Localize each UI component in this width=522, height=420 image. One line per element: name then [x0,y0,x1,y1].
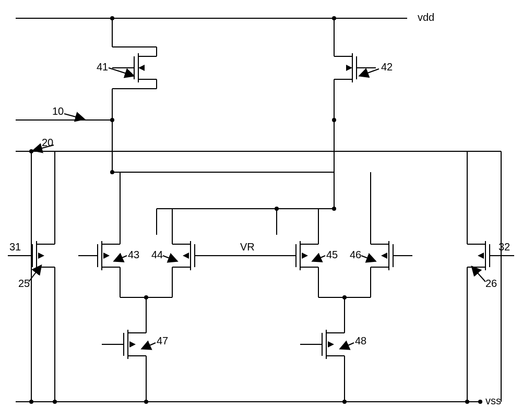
nmos-47 [117,323,146,365]
svg-line-40 [109,68,133,76]
nmos-26 [467,235,496,277]
vdd-label: vdd [418,11,434,23]
q48-label: 48 [355,335,366,346]
nmos-25 [26,235,55,277]
q43-label: 43 [128,249,139,260]
svg-point-60 [332,207,336,211]
q42-label: 42 [381,61,393,73]
net-10-label: 10 [52,105,64,117]
nmos-45 [290,235,318,277]
q45-label: 45 [326,249,338,260]
svg-point-89 [53,400,57,404]
svg-line-46 [64,114,84,119]
svg-point-91 [465,400,469,404]
schematic-diagram: vdd vss 41 42 10 20 31 32 25 26 43 44 45… [0,0,522,420]
svg-line-72 [163,256,176,261]
q47-label: 47 [157,335,168,346]
nmos-44 [172,235,201,277]
svg-point-57 [110,170,114,174]
svg-line-71 [115,256,127,261]
vss-label: vss [485,395,501,406]
q41-label: 41 [97,61,108,73]
svg-point-93 [144,400,148,404]
svg-point-53 [29,400,33,404]
svg-line-73 [313,256,325,261]
q46-label: 46 [350,249,361,260]
q44-label: 44 [151,249,163,260]
nmos-43 [91,235,120,277]
svg-point-55 [478,400,482,404]
svg-line-41 [360,69,379,76]
net-31-label: 31 [9,241,21,253]
svg-point-95 [342,400,347,404]
svg-line-70 [472,267,485,282]
q25-label: 25 [18,278,30,289]
svg-line-99 [341,343,354,349]
nmos-46 [371,235,399,277]
pmos-41 [128,47,157,89]
svg-point-36 [110,16,114,20]
svg-line-98 [143,343,156,349]
net-32-label: 32 [499,241,510,253]
q26-label: 26 [485,278,497,289]
svg-line-74 [361,256,375,261]
svg-point-38 [332,16,336,20]
svg-line-69 [29,266,41,282]
pmos-42 [334,47,363,89]
nmos-48 [316,323,345,365]
vr-label: VR [240,241,255,253]
